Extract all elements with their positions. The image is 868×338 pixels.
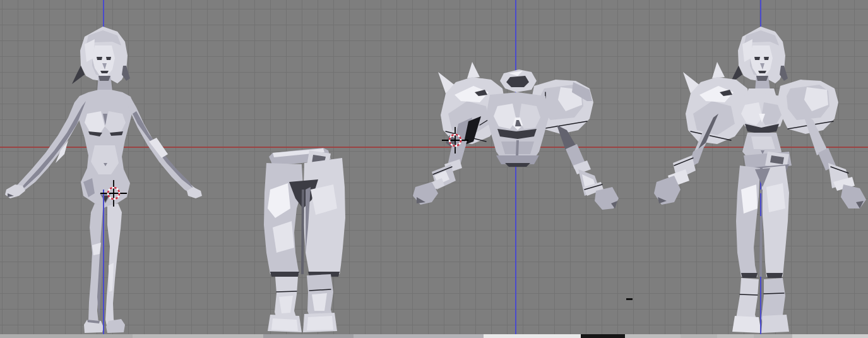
bottom-editor-edge[interactable] xyxy=(0,334,868,338)
z-axis-line-front-segment xyxy=(760,193,761,216)
editor-edge-segment xyxy=(625,334,681,338)
editor-edge-segment xyxy=(717,334,754,338)
editor-edge-segment xyxy=(133,334,263,338)
editor-edge-segment xyxy=(792,334,868,338)
editor-edge-segment xyxy=(754,334,792,338)
armored-female-mesh[interactable] xyxy=(654,27,866,333)
z-axis-line-front-segment xyxy=(760,317,761,334)
3d-cursor xyxy=(100,179,128,207)
editor-edge-segment xyxy=(484,334,581,338)
editor-edge-segment xyxy=(263,334,354,338)
editor-edge-segment xyxy=(581,334,625,338)
3d-cursor xyxy=(441,126,469,154)
z-axis-line-front-segment xyxy=(103,190,104,334)
editor-edge-segment xyxy=(681,334,717,338)
pants-mesh[interactable] xyxy=(264,148,345,332)
scene-models xyxy=(0,0,868,338)
editor-edge-segment xyxy=(354,334,484,338)
viewport-3d[interactable] xyxy=(0,0,868,338)
stray-edge-dash xyxy=(626,298,633,300)
editor-edge-segment xyxy=(0,334,133,338)
